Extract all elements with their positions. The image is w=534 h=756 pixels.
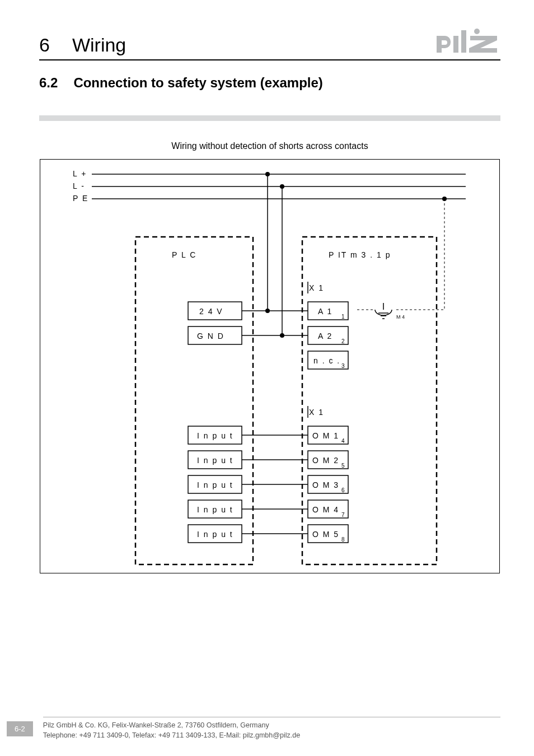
- svg-point-23: [265, 172, 270, 176]
- pit-om1: O M 1: [312, 431, 339, 440]
- section-heading: 6.2 Connection to safety system (example…: [39, 75, 500, 91]
- plc-gnd: G N D: [197, 332, 224, 340]
- pit-om2: O M 2: [312, 456, 339, 465]
- header-rule: [39, 59, 500, 60]
- svg-rect-2: [461, 30, 466, 53]
- pit-a2: A 2: [318, 332, 332, 340]
- section-title: Connection to safety system (example): [73, 75, 322, 91]
- diagram-caption: Wiring without detection of shorts acros…: [39, 141, 500, 151]
- pit-om4-num: 7: [341, 512, 345, 518]
- pit-nc: n . c .: [313, 356, 340, 365]
- rail-label-lplus: L +: [73, 169, 87, 178]
- pit-a1: A 1: [318, 307, 332, 316]
- svg-point-27: [280, 184, 284, 189]
- pit-earth-label: M 4: [396, 314, 405, 320]
- pit-om1-num: 4: [341, 438, 345, 444]
- pit-title: P IT m 3 . 1 p: [329, 250, 391, 259]
- pit-nc-num: 3: [341, 363, 345, 369]
- wiring-diagram: L + L - P E P L C P IT m 3 . 1 p 2 4 V G…: [39, 159, 500, 573]
- svg-rect-6: [135, 237, 253, 564]
- plc-input-2: I n p u t: [197, 456, 233, 465]
- plc-title: P L C: [172, 250, 196, 259]
- chapter-number: 6: [39, 34, 50, 56]
- earth-icon: [375, 303, 392, 319]
- svg-point-0: [474, 29, 480, 34]
- pit-om3: O M 3: [312, 480, 339, 489]
- plc-input-4: I n p u t: [197, 505, 233, 514]
- section-number: 6.2: [39, 75, 58, 91]
- pit-om3-num: 6: [341, 487, 345, 493]
- pit-x1a-label: X 1: [309, 283, 324, 292]
- plc-input-5: I n p u t: [197, 530, 233, 539]
- plc-input-3: I n p u t: [197, 480, 233, 489]
- page-number-badge: 6-2: [7, 721, 33, 736]
- plc-24v: 2 4 V: [199, 307, 223, 316]
- footer-line-2: Telephone: +49 711 3409-0, Telefax: +49 …: [43, 731, 500, 741]
- page: 6 Wiring 6.2 Connection to sa: [0, 0, 534, 756]
- diagram-frame: L + L - P E P L C P IT m 3 . 1 p 2 4 V G…: [40, 159, 500, 573]
- pit-a1-num: 1: [341, 314, 345, 320]
- pit-om4: O M 4: [312, 505, 339, 514]
- rail-label-pe: P E: [73, 194, 88, 203]
- plc-input-1: I n p u t: [197, 431, 233, 440]
- rail-label-lminus: L -: [73, 181, 85, 190]
- pit-om5: O M 5: [312, 530, 339, 539]
- pit-om5-num: 8: [341, 536, 345, 543]
- svg-rect-1: [453, 36, 458, 53]
- page-footer: 6-2 Pilz GmbH & Co. KG, Felix-Wankel-Str…: [0, 717, 534, 740]
- footer-text: Pilz GmbH & Co. KG, Felix-Wankel-Straße …: [43, 717, 500, 740]
- brand-logo: [433, 28, 500, 56]
- page-header: 6 Wiring: [39, 28, 500, 56]
- section-divider: [39, 115, 500, 121]
- chapter-title: Wiring: [72, 34, 126, 56]
- header-left: 6 Wiring: [39, 34, 126, 56]
- pit-x1b-label: X 1: [309, 408, 324, 417]
- pit-om2-num: 5: [341, 463, 345, 469]
- footer-line-1: Pilz GmbH & Co. KG, Felix-Wankel-Straße …: [43, 721, 500, 731]
- pit-a2-num: 2: [341, 338, 345, 344]
